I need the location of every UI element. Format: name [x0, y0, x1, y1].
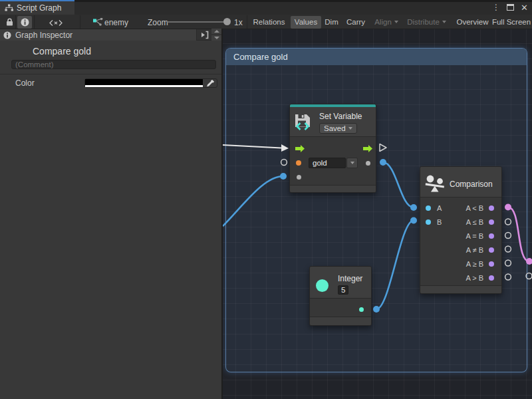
- toolbar-button-align[interactable]: Align: [372, 16, 401, 29]
- eyedropper-icon[interactable]: [205, 79, 215, 88]
- color-label: Color: [15, 78, 35, 88]
- graph-path-icon: [93, 18, 103, 26]
- variable-name-port[interactable]: [296, 160, 301, 166]
- node-title: Comparison: [450, 180, 493, 189]
- save-variable-icon: [295, 111, 312, 132]
- node-title: Set Variable: [319, 112, 362, 121]
- input-port-label: B: [437, 218, 442, 226]
- output-port-label: A ≠ B: [466, 246, 483, 254]
- toolbar-button-overview[interactable]: Overview: [454, 16, 491, 29]
- group-header[interactable]: Compare gold: [226, 49, 527, 65]
- toolbar-button-full-screen[interactable]: Full Screen: [491, 16, 531, 29]
- tab-script-graph[interactable]: Script Graph: [0, 0, 74, 15]
- output-port-label: A = B: [466, 232, 483, 240]
- inspector-divider: [0, 74, 221, 74]
- value-output-port[interactable]: [366, 161, 370, 166]
- color-alpha-bar: [85, 85, 203, 87]
- window-maximize-icon[interactable]: [507, 4, 514, 11]
- variable-name-dropdown-button[interactable]: [346, 158, 358, 168]
- scroll-up-button[interactable]: [211, 29, 221, 34]
- node-set-variable[interactable]: Set Variable Saved gold: [289, 104, 376, 193]
- zoom-slider-knob[interactable]: [223, 18, 231, 25]
- graph-toolbar: enemy Zoom 1x RelationsValuesDimCarryAli…: [0, 15, 532, 29]
- tab-bar: Script Graph ⋮ ✕: [0, 0, 532, 15]
- expand-panel-icon[interactable]: [201, 31, 209, 39]
- chevron-down-icon: [350, 162, 354, 164]
- input-port-b[interactable]: [426, 219, 431, 225]
- tab-well: [74, 2, 532, 15]
- output-port-dot[interactable]: [489, 219, 494, 225]
- output-port-dot[interactable]: [489, 233, 494, 239]
- toolbar-button-carry[interactable]: Carry: [342, 16, 370, 29]
- variable-kind-accent: [290, 104, 376, 107]
- input-port-a[interactable]: [426, 205, 431, 211]
- inspector-header-label: Graph Inspector: [15, 31, 72, 40]
- inspector-header-strip: Graph Inspector: [0, 29, 221, 41]
- comparison-icon: [425, 174, 447, 194]
- script-graph-window: Script Graph ⋮ ✕: [0, 0, 532, 399]
- info-icon: [21, 18, 29, 27]
- output-port-label: A ≥ B: [466, 260, 483, 268]
- output-port-label: A > B: [466, 274, 483, 282]
- script-graph-icon: [5, 4, 13, 12]
- output-port-dot[interactable]: [489, 205, 494, 211]
- variable-name-field[interactable]: gold: [309, 158, 346, 168]
- inspector-header[interactable]: Graph Inspector: [0, 29, 197, 41]
- window-close-icon[interactable]: ✕: [521, 3, 528, 12]
- toolbar-button-values[interactable]: Values: [291, 16, 321, 29]
- code-view-icon[interactable]: [49, 20, 63, 26]
- inspector-toggle-button[interactable]: [17, 16, 32, 29]
- output-port-label: A ≤ B: [466, 218, 483, 226]
- output-port-dot[interactable]: [489, 275, 494, 281]
- zoom-slider-track[interactable]: [167, 21, 230, 23]
- toolbar-button-relations[interactable]: Relations: [249, 16, 289, 29]
- toolbar-button-distribute[interactable]: Distribute: [402, 16, 451, 29]
- graph-inspector-panel: Graph Inspector Compare gold (Comment) C…: [0, 29, 223, 399]
- value-input-port[interactable]: [297, 175, 301, 180]
- exec-output-port[interactable]: [363, 145, 372, 152]
- chevron-down-icon: [394, 21, 398, 23]
- comment-input[interactable]: (Comment): [11, 60, 216, 69]
- node-integer[interactable]: Integer 5: [309, 266, 372, 326]
- node-title: Integer: [338, 274, 362, 283]
- graph-title-value[interactable]: Compare gold: [33, 46, 91, 57]
- color-field[interactable]: [84, 78, 217, 88]
- scroll-down-button[interactable]: [211, 35, 221, 41]
- window-menu-icon[interactable]: ⋮: [492, 3, 500, 11]
- output-port-dot[interactable]: [489, 247, 494, 253]
- integer-output-port[interactable]: [359, 307, 364, 312]
- output-port-label: A < B: [466, 204, 483, 212]
- variable-kind-dropdown[interactable]: Saved: [319, 123, 357, 134]
- chevron-down-icon: [442, 21, 446, 23]
- integer-icon: [316, 279, 329, 292]
- graph-breadcrumb[interactable]: enemy: [104, 18, 128, 27]
- integer-value-field[interactable]: 5: [338, 285, 348, 295]
- input-port-label: A: [437, 204, 442, 212]
- output-port-dot[interactable]: [489, 261, 494, 267]
- info-icon: [3, 31, 11, 39]
- zoom-label: Zoom: [148, 18, 168, 27]
- chevron-down-icon: [348, 127, 352, 130]
- group-title: Compare gold: [233, 52, 288, 62]
- tab-title: Script Graph: [17, 3, 61, 13]
- lock-icon[interactable]: [6, 18, 13, 26]
- zoom-value: 1x: [234, 18, 243, 27]
- graph-canvas[interactable]: Compare gold Set Variable Saved: [223, 29, 532, 399]
- node-comparison[interactable]: Comparison AA < BBA ≤ BA = BA ≠ BA ≥ BA …: [420, 166, 502, 294]
- exec-input-port[interactable]: [295, 145, 305, 152]
- toolbar-button-dim[interactable]: Dim: [322, 16, 341, 29]
